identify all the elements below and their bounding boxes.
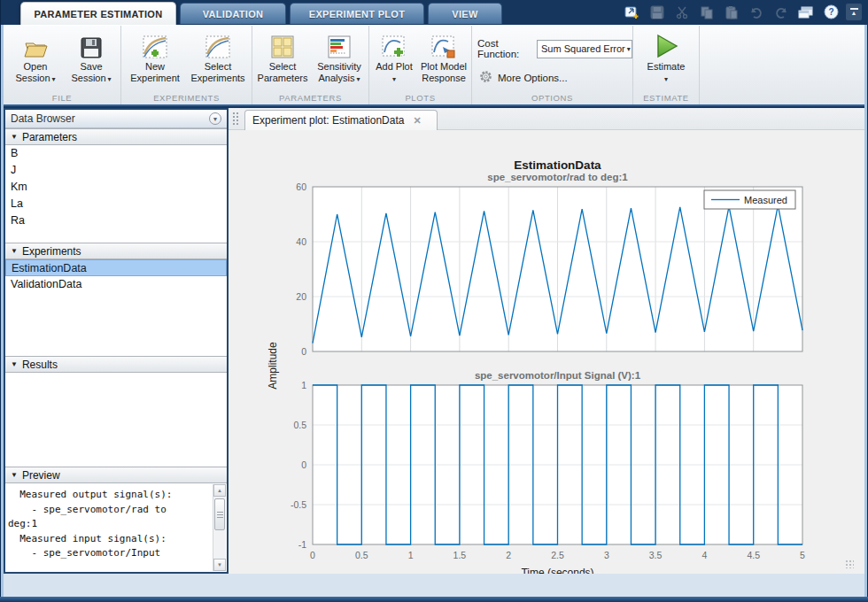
- y-tick-label: 0: [301, 346, 306, 357]
- save-session-icon: [80, 29, 103, 59]
- legend: Measured: [704, 190, 795, 209]
- select-parameters-button[interactable]: Select Parameters: [254, 29, 311, 84]
- button-label: Open: [24, 61, 48, 72]
- tab-label: VIEW: [452, 9, 477, 19]
- window-frame-right: [864, 25, 868, 602]
- experiments-section-label: Experiments: [22, 245, 81, 258]
- collapse-triangle-icon: ▼: [11, 133, 18, 141]
- quick-access-toolbar: ?: [624, 4, 840, 20]
- legend-label: Measured: [744, 195, 787, 205]
- undo-icon[interactable]: [748, 4, 765, 20]
- plot-model-response-icon: [430, 29, 457, 59]
- add-plot-button[interactable]: Add Plot ▾: [371, 29, 417, 84]
- cost-function-select[interactable]: Sum Squared Error ▾: [537, 40, 632, 58]
- save-icon[interactable]: [648, 4, 666, 20]
- results-section-header[interactable]: ▼ Results: [5, 356, 227, 373]
- button-label: Select: [269, 61, 297, 72]
- help-icon[interactable]: ?: [822, 4, 840, 20]
- button-label: Experiments: [190, 73, 244, 83]
- select-parameters-icon: [270, 29, 295, 59]
- subplot-title: spe_servomotor/rad to deg:1: [487, 172, 628, 182]
- dropdown-arrow-icon: ▾: [664, 75, 668, 83]
- section-options: Cost Function: Sum Squared Error ▾ More …: [472, 26, 633, 104]
- list-item[interactable]: Ra: [5, 212, 227, 229]
- new-experiment-button[interactable]: New Experiment: [125, 29, 185, 84]
- x-tick-label: 5: [800, 550, 805, 560]
- paste-icon[interactable]: [723, 4, 740, 20]
- document-area: Experiment plot: EstimationData ✕ Estima…: [229, 108, 864, 574]
- collapse-triangle-icon: ▼: [11, 247, 18, 255]
- close-icon[interactable]: ✕: [413, 115, 421, 127]
- window-layout-icon[interactable]: [797, 4, 815, 20]
- cost-function-label: Cost Function:: [477, 38, 532, 59]
- scroll-up-button[interactable]: ▲: [213, 484, 226, 497]
- section-file: Open Session▾ Save Session▾ FILE: [4, 26, 121, 104]
- select-experiments-button[interactable]: Select Experiments: [187, 29, 249, 84]
- scroll-down-icon: ▼: [217, 562, 222, 567]
- tab-view[interactable]: VIEW: [428, 3, 502, 24]
- parameters-section-label: Parameters: [22, 131, 77, 143]
- preview-scrollbar[interactable]: ▲ ▼: [213, 484, 226, 571]
- window-frame-left: [0, 25, 4, 602]
- list-item[interactable]: J: [5, 162, 227, 179]
- preview-section-header[interactable]: ▼ Preview: [5, 467, 227, 483]
- figure-canvas[interactable]: EstimationData0204060spe_servomotor/rad …: [229, 130, 864, 574]
- folder-open-icon: [22, 29, 49, 59]
- plot-model-response-button[interactable]: Plot Model Response: [417, 29, 470, 84]
- bottom-plot: -1-0.500.51spe_servomotor/Input Signal (…: [291, 370, 805, 574]
- list-item[interactable]: Km: [5, 179, 227, 196]
- dropdown-arrow-icon: ▾: [52, 75, 56, 83]
- data-browser-menu-button[interactable]: ▼: [209, 112, 221, 125]
- more-options-button[interactable]: More Options...: [479, 70, 568, 85]
- estimate-play-icon: [653, 29, 679, 59]
- button-label: Response: [422, 73, 466, 83]
- y-tick-label: 60: [296, 181, 306, 192]
- tab-parameter-estimation[interactable]: PARAMETER ESTIMATION: [20, 2, 176, 25]
- y-tick-label: 40: [296, 236, 306, 247]
- preview-pane: Measured output signal(s): - spe_servomo…: [5, 483, 227, 572]
- tab-label: EXPERIMENT PLOT: [309, 9, 405, 19]
- y-axis-label: Amplitude: [267, 342, 279, 390]
- new-window-icon[interactable]: [624, 4, 641, 20]
- estimate-button[interactable]: Estimate ▾: [639, 29, 694, 84]
- sensitivity-analysis-button[interactable]: Sensitivity Analysis▾: [311, 29, 368, 84]
- list-item[interactable]: La: [5, 196, 227, 212]
- y-tick-label: -0.5: [291, 499, 306, 510]
- collapse-toolstrip-button[interactable]: ▲: [846, 4, 862, 20]
- save-session-button[interactable]: Save Session▾: [64, 29, 119, 84]
- section-label-estimate: ESTIMATE: [633, 93, 699, 103]
- panel-drag-handle[interactable]: [232, 112, 239, 127]
- results-list: [5, 373, 227, 467]
- open-session-button[interactable]: Open Session▾: [9, 29, 62, 84]
- document-tab[interactable]: Experiment plot: EstimationData ✕: [244, 110, 438, 130]
- list-item-estimationdata[interactable]: EstimationData: [5, 259, 227, 276]
- chevron-down-icon: ▼: [213, 116, 219, 122]
- section-plots: Add Plot ▾ Plot Model Response PLOTS: [369, 26, 472, 104]
- button-label: New: [145, 61, 165, 72]
- experiments-section-header[interactable]: ▼ Experiments: [5, 243, 227, 259]
- help-glyph: ?: [828, 7, 833, 17]
- scrollbar-thumb[interactable]: [214, 498, 225, 530]
- list-item-validationdata[interactable]: ValidationData: [5, 276, 227, 293]
- x-axis-label: Time (seconds): [521, 567, 593, 574]
- results-section-label: Results: [22, 359, 58, 371]
- button-label: Experiment: [130, 73, 180, 83]
- redo-icon[interactable]: [772, 4, 790, 20]
- new-experiment-icon: [142, 29, 168, 59]
- gear-icon: [479, 70, 492, 85]
- tab-validation[interactable]: VALIDATION: [180, 3, 286, 24]
- x-tick-label: 2: [506, 550, 511, 560]
- tab-experiment-plot[interactable]: EXPERIMENT PLOT: [290, 3, 424, 24]
- copy-icon[interactable]: [698, 4, 716, 20]
- parameters-section-header[interactable]: ▼ Parameters: [5, 128, 227, 145]
- cut-icon[interactable]: [673, 4, 691, 20]
- data-browser-title: Data Browser: [11, 112, 75, 125]
- y-tick-label: 1: [301, 380, 306, 390]
- tab-label: VALIDATION: [203, 9, 264, 19]
- button-label: Save: [80, 61, 102, 72]
- document-tab-bar: Experiment plot: EstimationData ✕: [229, 108, 864, 130]
- dropdown-arrow-icon: ▾: [356, 75, 360, 83]
- scroll-down-button[interactable]: ▼: [213, 559, 226, 571]
- list-item[interactable]: B: [5, 145, 227, 162]
- resize-grip[interactable]: [845, 560, 854, 568]
